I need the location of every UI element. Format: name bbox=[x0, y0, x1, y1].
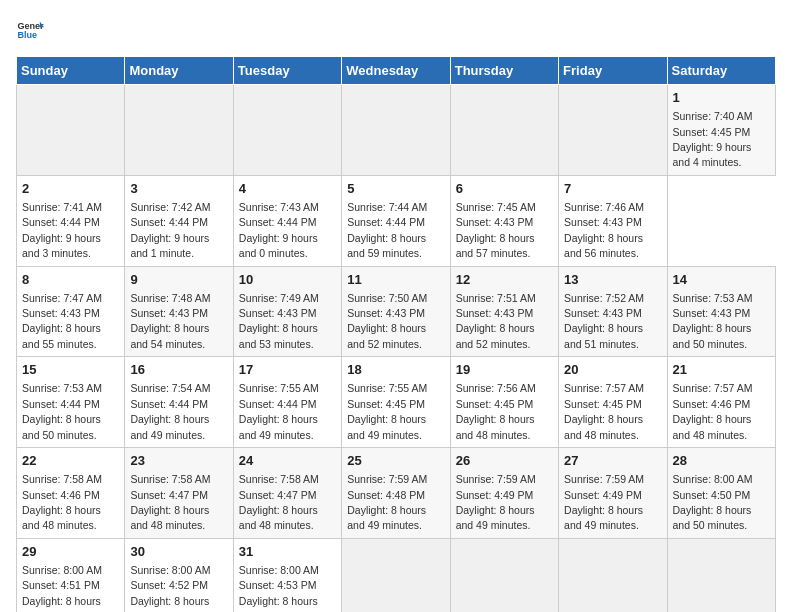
calendar-cell: 27 Sunrise: 7:59 AM Sunset: 4:49 PM Dayl… bbox=[559, 448, 667, 539]
calendar-cell: 22 Sunrise: 7:58 AM Sunset: 4:46 PM Dayl… bbox=[17, 448, 125, 539]
calendar-cell bbox=[342, 85, 450, 176]
calendar-cell: 29 Sunrise: 8:00 AM Sunset: 4:51 PM Dayl… bbox=[17, 538, 125, 612]
day-info: Sunrise: 7:46 AM Sunset: 4:43 PM Dayligh… bbox=[564, 201, 644, 259]
day-info: Sunrise: 7:43 AM Sunset: 4:44 PM Dayligh… bbox=[239, 201, 319, 259]
calendar-cell: 4 Sunrise: 7:43 AM Sunset: 4:44 PM Dayli… bbox=[233, 175, 341, 266]
calendar-cell: 1 Sunrise: 7:40 AM Sunset: 4:45 PM Dayli… bbox=[667, 85, 775, 176]
calendar-cell: 12 Sunrise: 7:51 AM Sunset: 4:43 PM Dayl… bbox=[450, 266, 558, 357]
day-of-week-header: Monday bbox=[125, 57, 233, 85]
day-number: 18 bbox=[347, 361, 444, 379]
calendar-cell: 8 Sunrise: 7:47 AM Sunset: 4:43 PM Dayli… bbox=[17, 266, 125, 357]
day-number: 31 bbox=[239, 543, 336, 561]
day-info: Sunrise: 7:59 AM Sunset: 4:48 PM Dayligh… bbox=[347, 473, 427, 531]
page-header: General Blue bbox=[16, 16, 776, 44]
day-info: Sunrise: 7:41 AM Sunset: 4:44 PM Dayligh… bbox=[22, 201, 102, 259]
day-number: 16 bbox=[130, 361, 227, 379]
calendar-cell bbox=[233, 85, 341, 176]
calendar-cell: 19 Sunrise: 7:56 AM Sunset: 4:45 PM Dayl… bbox=[450, 357, 558, 448]
day-info: Sunrise: 7:40 AM Sunset: 4:45 PM Dayligh… bbox=[673, 110, 753, 168]
day-info: Sunrise: 7:53 AM Sunset: 4:43 PM Dayligh… bbox=[673, 292, 753, 350]
day-info: Sunrise: 7:53 AM Sunset: 4:44 PM Dayligh… bbox=[22, 382, 102, 440]
calendar-cell bbox=[559, 538, 667, 612]
day-number: 17 bbox=[239, 361, 336, 379]
day-info: Sunrise: 7:54 AM Sunset: 4:44 PM Dayligh… bbox=[130, 382, 210, 440]
day-info: Sunrise: 7:57 AM Sunset: 4:45 PM Dayligh… bbox=[564, 382, 644, 440]
calendar-table: SundayMondayTuesdayWednesdayThursdayFrid… bbox=[16, 56, 776, 612]
day-info: Sunrise: 7:55 AM Sunset: 4:44 PM Dayligh… bbox=[239, 382, 319, 440]
day-info: Sunrise: 7:58 AM Sunset: 4:47 PM Dayligh… bbox=[239, 473, 319, 531]
day-number: 10 bbox=[239, 271, 336, 289]
day-number: 6 bbox=[456, 180, 553, 198]
day-number: 4 bbox=[239, 180, 336, 198]
day-info: Sunrise: 7:45 AM Sunset: 4:43 PM Dayligh… bbox=[456, 201, 536, 259]
day-number: 23 bbox=[130, 452, 227, 470]
day-info: Sunrise: 7:57 AM Sunset: 4:46 PM Dayligh… bbox=[673, 382, 753, 440]
day-info: Sunrise: 7:50 AM Sunset: 4:43 PM Dayligh… bbox=[347, 292, 427, 350]
day-of-week-header: Saturday bbox=[667, 57, 775, 85]
calendar-cell: 28 Sunrise: 8:00 AM Sunset: 4:50 PM Dayl… bbox=[667, 448, 775, 539]
calendar-cell: 13 Sunrise: 7:52 AM Sunset: 4:43 PM Dayl… bbox=[559, 266, 667, 357]
calendar-cell: 10 Sunrise: 7:49 AM Sunset: 4:43 PM Dayl… bbox=[233, 266, 341, 357]
day-info: Sunrise: 7:49 AM Sunset: 4:43 PM Dayligh… bbox=[239, 292, 319, 350]
day-info: Sunrise: 7:58 AM Sunset: 4:47 PM Dayligh… bbox=[130, 473, 210, 531]
calendar-cell: 11 Sunrise: 7:50 AM Sunset: 4:43 PM Dayl… bbox=[342, 266, 450, 357]
calendar-cell: 31 Sunrise: 8:00 AM Sunset: 4:53 PM Dayl… bbox=[233, 538, 341, 612]
day-number: 13 bbox=[564, 271, 661, 289]
day-info: Sunrise: 8:00 AM Sunset: 4:53 PM Dayligh… bbox=[239, 564, 319, 612]
calendar-cell bbox=[559, 85, 667, 176]
day-number: 22 bbox=[22, 452, 119, 470]
day-number: 7 bbox=[564, 180, 661, 198]
day-number: 2 bbox=[22, 180, 119, 198]
calendar-cell bbox=[667, 538, 775, 612]
day-number: 20 bbox=[564, 361, 661, 379]
calendar-cell: 17 Sunrise: 7:55 AM Sunset: 4:44 PM Dayl… bbox=[233, 357, 341, 448]
day-info: Sunrise: 7:52 AM Sunset: 4:43 PM Dayligh… bbox=[564, 292, 644, 350]
day-number: 8 bbox=[22, 271, 119, 289]
logo: General Blue bbox=[16, 16, 44, 44]
day-number: 28 bbox=[673, 452, 770, 470]
day-number: 25 bbox=[347, 452, 444, 470]
day-info: Sunrise: 8:00 AM Sunset: 4:51 PM Dayligh… bbox=[22, 564, 102, 612]
day-number: 27 bbox=[564, 452, 661, 470]
day-info: Sunrise: 8:00 AM Sunset: 4:50 PM Dayligh… bbox=[673, 473, 753, 531]
day-of-week-header: Sunday bbox=[17, 57, 125, 85]
day-info: Sunrise: 7:56 AM Sunset: 4:45 PM Dayligh… bbox=[456, 382, 536, 440]
day-number: 1 bbox=[673, 89, 770, 107]
calendar-cell: 2 Sunrise: 7:41 AM Sunset: 4:44 PM Dayli… bbox=[17, 175, 125, 266]
day-of-week-header: Wednesday bbox=[342, 57, 450, 85]
calendar-cell: 7 Sunrise: 7:46 AM Sunset: 4:43 PM Dayli… bbox=[559, 175, 667, 266]
calendar-cell: 24 Sunrise: 7:58 AM Sunset: 4:47 PM Dayl… bbox=[233, 448, 341, 539]
svg-text:Blue: Blue bbox=[17, 30, 37, 40]
day-of-week-header: Thursday bbox=[450, 57, 558, 85]
day-number: 12 bbox=[456, 271, 553, 289]
calendar-cell bbox=[450, 85, 558, 176]
calendar-cell: 6 Sunrise: 7:45 AM Sunset: 4:43 PM Dayli… bbox=[450, 175, 558, 266]
calendar-cell: 9 Sunrise: 7:48 AM Sunset: 4:43 PM Dayli… bbox=[125, 266, 233, 357]
day-number: 9 bbox=[130, 271, 227, 289]
day-of-week-header: Tuesday bbox=[233, 57, 341, 85]
calendar-cell bbox=[125, 85, 233, 176]
calendar-cell: 20 Sunrise: 7:57 AM Sunset: 4:45 PM Dayl… bbox=[559, 357, 667, 448]
day-info: Sunrise: 7:58 AM Sunset: 4:46 PM Dayligh… bbox=[22, 473, 102, 531]
day-number: 5 bbox=[347, 180, 444, 198]
day-number: 26 bbox=[456, 452, 553, 470]
day-number: 21 bbox=[673, 361, 770, 379]
day-info: Sunrise: 7:47 AM Sunset: 4:43 PM Dayligh… bbox=[22, 292, 102, 350]
day-info: Sunrise: 7:42 AM Sunset: 4:44 PM Dayligh… bbox=[130, 201, 210, 259]
day-number: 24 bbox=[239, 452, 336, 470]
day-info: Sunrise: 7:59 AM Sunset: 4:49 PM Dayligh… bbox=[456, 473, 536, 531]
day-info: Sunrise: 7:48 AM Sunset: 4:43 PM Dayligh… bbox=[130, 292, 210, 350]
calendar-cell: 5 Sunrise: 7:44 AM Sunset: 4:44 PM Dayli… bbox=[342, 175, 450, 266]
calendar-cell: 16 Sunrise: 7:54 AM Sunset: 4:44 PM Dayl… bbox=[125, 357, 233, 448]
day-number: 29 bbox=[22, 543, 119, 561]
calendar-cell bbox=[450, 538, 558, 612]
day-number: 11 bbox=[347, 271, 444, 289]
day-number: 30 bbox=[130, 543, 227, 561]
calendar-cell: 18 Sunrise: 7:55 AM Sunset: 4:45 PM Dayl… bbox=[342, 357, 450, 448]
calendar-cell bbox=[17, 85, 125, 176]
day-info: Sunrise: 7:51 AM Sunset: 4:43 PM Dayligh… bbox=[456, 292, 536, 350]
calendar-cell: 25 Sunrise: 7:59 AM Sunset: 4:48 PM Dayl… bbox=[342, 448, 450, 539]
calendar-cell: 3 Sunrise: 7:42 AM Sunset: 4:44 PM Dayli… bbox=[125, 175, 233, 266]
day-number: 15 bbox=[22, 361, 119, 379]
day-number: 3 bbox=[130, 180, 227, 198]
